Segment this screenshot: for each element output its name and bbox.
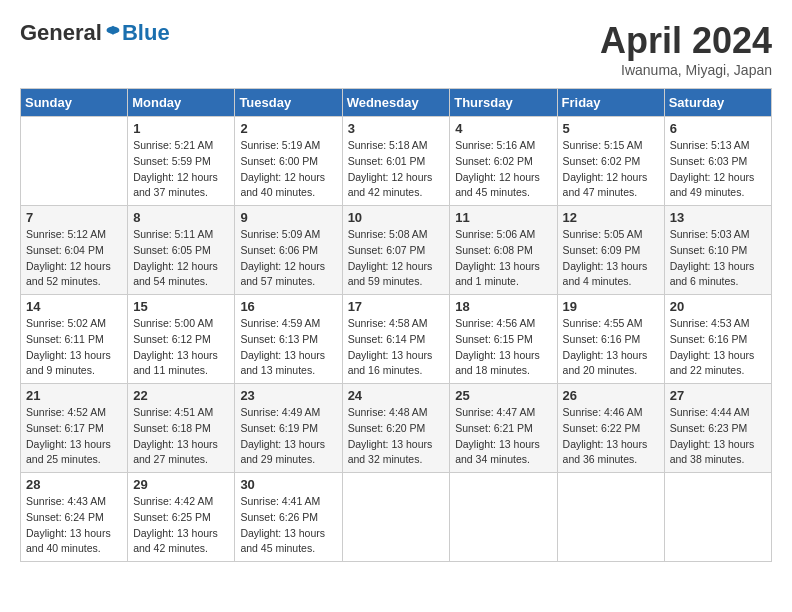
calendar-cell: 20Sunrise: 4:53 AMSunset: 6:16 PMDayligh…: [664, 295, 771, 384]
logo-bird-icon: [104, 24, 122, 42]
weekday-header-tuesday: Tuesday: [235, 89, 342, 117]
calendar-cell: 28Sunrise: 4:43 AMSunset: 6:24 PMDayligh…: [21, 473, 128, 562]
day-info: Sunrise: 5:11 AMSunset: 6:05 PMDaylight:…: [133, 227, 229, 290]
day-info: Sunrise: 4:59 AMSunset: 6:13 PMDaylight:…: [240, 316, 336, 379]
calendar-cell: 19Sunrise: 4:55 AMSunset: 6:16 PMDayligh…: [557, 295, 664, 384]
calendar-cell: 5Sunrise: 5:15 AMSunset: 6:02 PMDaylight…: [557, 117, 664, 206]
day-info: Sunrise: 5:18 AMSunset: 6:01 PMDaylight:…: [348, 138, 445, 201]
day-number: 18: [455, 299, 551, 314]
calendar-cell: [557, 473, 664, 562]
day-info: Sunrise: 5:00 AMSunset: 6:12 PMDaylight:…: [133, 316, 229, 379]
day-info: Sunrise: 5:19 AMSunset: 6:00 PMDaylight:…: [240, 138, 336, 201]
weekday-header-friday: Friday: [557, 89, 664, 117]
page-header: General Blue April 2024 Iwanuma, Miyagi,…: [20, 20, 772, 78]
calendar-cell: [450, 473, 557, 562]
day-info: Sunrise: 4:42 AMSunset: 6:25 PMDaylight:…: [133, 494, 229, 557]
day-number: 3: [348, 121, 445, 136]
day-info: Sunrise: 4:52 AMSunset: 6:17 PMDaylight:…: [26, 405, 122, 468]
calendar-cell: 15Sunrise: 5:00 AMSunset: 6:12 PMDayligh…: [128, 295, 235, 384]
calendar-cell: 11Sunrise: 5:06 AMSunset: 6:08 PMDayligh…: [450, 206, 557, 295]
calendar-table: SundayMondayTuesdayWednesdayThursdayFrid…: [20, 88, 772, 562]
calendar-week-row: 7Sunrise: 5:12 AMSunset: 6:04 PMDaylight…: [21, 206, 772, 295]
calendar-cell: 9Sunrise: 5:09 AMSunset: 6:06 PMDaylight…: [235, 206, 342, 295]
calendar-cell: 21Sunrise: 4:52 AMSunset: 6:17 PMDayligh…: [21, 384, 128, 473]
calendar-cell: 16Sunrise: 4:59 AMSunset: 6:13 PMDayligh…: [235, 295, 342, 384]
calendar-cell: [21, 117, 128, 206]
day-info: Sunrise: 4:46 AMSunset: 6:22 PMDaylight:…: [563, 405, 659, 468]
day-number: 1: [133, 121, 229, 136]
day-number: 17: [348, 299, 445, 314]
day-number: 16: [240, 299, 336, 314]
calendar-cell: 25Sunrise: 4:47 AMSunset: 6:21 PMDayligh…: [450, 384, 557, 473]
calendar-cell: 17Sunrise: 4:58 AMSunset: 6:14 PMDayligh…: [342, 295, 450, 384]
calendar-cell: 18Sunrise: 4:56 AMSunset: 6:15 PMDayligh…: [450, 295, 557, 384]
day-number: 29: [133, 477, 229, 492]
day-info: Sunrise: 5:08 AMSunset: 6:07 PMDaylight:…: [348, 227, 445, 290]
day-number: 12: [563, 210, 659, 225]
calendar-cell: 1Sunrise: 5:21 AMSunset: 5:59 PMDaylight…: [128, 117, 235, 206]
day-number: 20: [670, 299, 766, 314]
calendar-cell: 2Sunrise: 5:19 AMSunset: 6:00 PMDaylight…: [235, 117, 342, 206]
day-info: Sunrise: 4:56 AMSunset: 6:15 PMDaylight:…: [455, 316, 551, 379]
calendar-cell: 23Sunrise: 4:49 AMSunset: 6:19 PMDayligh…: [235, 384, 342, 473]
calendar-cell: 7Sunrise: 5:12 AMSunset: 6:04 PMDaylight…: [21, 206, 128, 295]
day-number: 24: [348, 388, 445, 403]
calendar-cell: 4Sunrise: 5:16 AMSunset: 6:02 PMDaylight…: [450, 117, 557, 206]
day-number: 15: [133, 299, 229, 314]
calendar-cell: 3Sunrise: 5:18 AMSunset: 6:01 PMDaylight…: [342, 117, 450, 206]
logo: General Blue: [20, 20, 170, 46]
day-info: Sunrise: 4:58 AMSunset: 6:14 PMDaylight:…: [348, 316, 445, 379]
calendar-cell: 27Sunrise: 4:44 AMSunset: 6:23 PMDayligh…: [664, 384, 771, 473]
day-number: 21: [26, 388, 122, 403]
day-info: Sunrise: 5:09 AMSunset: 6:06 PMDaylight:…: [240, 227, 336, 290]
weekday-header-thursday: Thursday: [450, 89, 557, 117]
calendar-cell: 14Sunrise: 5:02 AMSunset: 6:11 PMDayligh…: [21, 295, 128, 384]
calendar-week-row: 14Sunrise: 5:02 AMSunset: 6:11 PMDayligh…: [21, 295, 772, 384]
day-info: Sunrise: 4:49 AMSunset: 6:19 PMDaylight:…: [240, 405, 336, 468]
day-number: 2: [240, 121, 336, 136]
calendar-cell: 10Sunrise: 5:08 AMSunset: 6:07 PMDayligh…: [342, 206, 450, 295]
calendar-cell: 8Sunrise: 5:11 AMSunset: 6:05 PMDaylight…: [128, 206, 235, 295]
day-number: 26: [563, 388, 659, 403]
day-number: 11: [455, 210, 551, 225]
title-block: April 2024 Iwanuma, Miyagi, Japan: [600, 20, 772, 78]
calendar-cell: 26Sunrise: 4:46 AMSunset: 6:22 PMDayligh…: [557, 384, 664, 473]
calendar-cell: [664, 473, 771, 562]
day-info: Sunrise: 4:47 AMSunset: 6:21 PMDaylight:…: [455, 405, 551, 468]
day-info: Sunrise: 5:12 AMSunset: 6:04 PMDaylight:…: [26, 227, 122, 290]
day-number: 4: [455, 121, 551, 136]
calendar-cell: 6Sunrise: 5:13 AMSunset: 6:03 PMDaylight…: [664, 117, 771, 206]
day-number: 10: [348, 210, 445, 225]
weekday-header-wednesday: Wednesday: [342, 89, 450, 117]
location-text: Iwanuma, Miyagi, Japan: [600, 62, 772, 78]
day-number: 27: [670, 388, 766, 403]
day-info: Sunrise: 5:02 AMSunset: 6:11 PMDaylight:…: [26, 316, 122, 379]
day-info: Sunrise: 5:03 AMSunset: 6:10 PMDaylight:…: [670, 227, 766, 290]
day-number: 9: [240, 210, 336, 225]
day-info: Sunrise: 5:16 AMSunset: 6:02 PMDaylight:…: [455, 138, 551, 201]
logo-blue-text: Blue: [122, 20, 170, 46]
day-info: Sunrise: 4:55 AMSunset: 6:16 PMDaylight:…: [563, 316, 659, 379]
calendar-cell: [342, 473, 450, 562]
day-info: Sunrise: 4:53 AMSunset: 6:16 PMDaylight:…: [670, 316, 766, 379]
day-number: 19: [563, 299, 659, 314]
calendar-cell: 30Sunrise: 4:41 AMSunset: 6:26 PMDayligh…: [235, 473, 342, 562]
logo-general-text: General: [20, 20, 102, 46]
calendar-week-row: 28Sunrise: 4:43 AMSunset: 6:24 PMDayligh…: [21, 473, 772, 562]
day-info: Sunrise: 4:44 AMSunset: 6:23 PMDaylight:…: [670, 405, 766, 468]
day-info: Sunrise: 5:06 AMSunset: 6:08 PMDaylight:…: [455, 227, 551, 290]
day-number: 30: [240, 477, 336, 492]
calendar-cell: 12Sunrise: 5:05 AMSunset: 6:09 PMDayligh…: [557, 206, 664, 295]
day-info: Sunrise: 4:41 AMSunset: 6:26 PMDaylight:…: [240, 494, 336, 557]
day-info: Sunrise: 4:51 AMSunset: 6:18 PMDaylight:…: [133, 405, 229, 468]
calendar-cell: 29Sunrise: 4:42 AMSunset: 6:25 PMDayligh…: [128, 473, 235, 562]
calendar-week-row: 1Sunrise: 5:21 AMSunset: 5:59 PMDaylight…: [21, 117, 772, 206]
calendar-cell: 24Sunrise: 4:48 AMSunset: 6:20 PMDayligh…: [342, 384, 450, 473]
day-number: 22: [133, 388, 229, 403]
day-info: Sunrise: 5:13 AMSunset: 6:03 PMDaylight:…: [670, 138, 766, 201]
weekday-header-row: SundayMondayTuesdayWednesdayThursdayFrid…: [21, 89, 772, 117]
day-number: 13: [670, 210, 766, 225]
day-info: Sunrise: 4:48 AMSunset: 6:20 PMDaylight:…: [348, 405, 445, 468]
weekday-header-monday: Monday: [128, 89, 235, 117]
day-info: Sunrise: 4:43 AMSunset: 6:24 PMDaylight:…: [26, 494, 122, 557]
